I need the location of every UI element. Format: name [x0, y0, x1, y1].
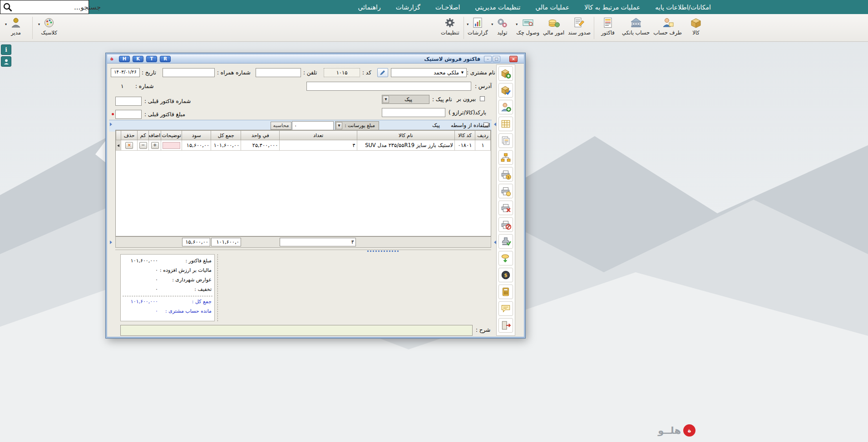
toolbar-separator	[594, 17, 594, 39]
courier-select[interactable]: ▼ پیک	[382, 95, 429, 104]
toolbar-cheque-collection[interactable]: ▾ وصول چک	[514, 15, 541, 41]
info-button[interactable]: i	[1, 44, 11, 55]
add-row-button[interactable]: +	[151, 142, 159, 149]
menu-reports[interactable]: گزارشات	[396, 4, 420, 11]
hotkey-r-button[interactable]: R	[160, 56, 171, 62]
window-titlebar[interactable]: ة H K T R فاکتور فروش لاستیک – □ ×	[107, 54, 524, 64]
delete-print-button[interactable]	[498, 217, 513, 232]
dropdown-arrow-icon[interactable]: ▾	[516, 22, 518, 26]
cell-subtract: −	[138, 140, 149, 151]
toolbar-financial[interactable]: امور مالي	[541, 15, 566, 41]
cancel-print-icon	[500, 202, 511, 213]
customer-name-select[interactable]: ملکي محمد ▼	[391, 68, 467, 77]
splitter-handle[interactable]	[115, 250, 491, 252]
hotkey-k-button[interactable]: K	[133, 56, 143, 62]
summary-discount-value: ۰	[124, 286, 158, 292]
address-field[interactable]	[306, 82, 471, 91]
receive-payment-button[interactable]	[498, 251, 513, 265]
phone-field[interactable]	[256, 68, 301, 77]
subtract-row-button[interactable]: −	[139, 142, 147, 149]
search-input[interactable]	[13, 3, 103, 11]
chevron-down-icon[interactable]: ▼	[459, 69, 465, 77]
holoo-mark-icon: ة	[683, 424, 695, 437]
toolbar-settings-label: تنظیمات	[441, 29, 459, 36]
toolbar-right-group: کالا طرف حساب حساب بانکي فاکتور صدور سن	[438, 15, 708, 41]
hotkey-t-button[interactable]: T	[146, 56, 157, 62]
items-table: ردیف کد کالا نام کالا تعداد في واحد جمع …	[116, 130, 491, 151]
search-icon	[3, 2, 13, 12]
chevron-down-icon[interactable]: ▼	[336, 122, 342, 129]
menu-basic-info[interactable]: امکانات/اطلاعات پایه	[655, 4, 711, 11]
toolbar-accounts-label: طرف حساب	[653, 29, 682, 36]
commission-amount-field[interactable]: ۰	[292, 121, 334, 130]
toolbar-production[interactable]: ▾ تولید	[490, 15, 514, 41]
cash-balance-button[interactable]: $	[498, 268, 513, 282]
dropdown-arrow-icon[interactable]: ▾	[5, 22, 7, 26]
minimize-button[interactable]: –	[484, 56, 492, 62]
prev-invoice-number-field[interactable]	[115, 97, 142, 106]
barcode-field[interactable]	[382, 108, 445, 117]
hotkey-h-button[interactable]: H	[119, 56, 130, 62]
search-box[interactable]	[0, 0, 89, 14]
close-button[interactable]: ×	[509, 56, 518, 62]
print-cash-button[interactable]: $	[498, 167, 513, 182]
customer-code-field: ۱۰۱۵	[324, 68, 360, 77]
price-list-button[interactable]	[498, 117, 513, 131]
mobile-field[interactable]	[163, 68, 215, 77]
delete-row-button[interactable]: ×	[125, 142, 133, 149]
commission-select[interactable]: ▼ مبلغ پورسانت :	[335, 121, 379, 130]
user-button[interactable]	[1, 56, 11, 67]
chevron-down-icon[interactable]: ▼	[383, 96, 389, 103]
summary-row: عوارض شهرداری : ۰	[123, 276, 212, 285]
toolbar-manager[interactable]: ▾ مدیر	[4, 15, 28, 41]
exit-button[interactable]	[498, 318, 513, 333]
approve-stamp-icon	[500, 236, 511, 247]
dropdown-arrow-icon[interactable]: ▾	[467, 22, 469, 26]
calculate-button[interactable]: محاسبه	[271, 122, 291, 130]
approve-stamp-button[interactable]	[498, 234, 513, 249]
toolbar-reports[interactable]: ▾ گزارشات	[465, 15, 490, 41]
dropdown-arrow-icon[interactable]: ▾	[491, 22, 493, 26]
toolbar-production-label: تولید	[497, 29, 507, 36]
toolbar-accounts[interactable]: طرف حساب	[651, 15, 684, 41]
print-invoice-button[interactable]	[498, 184, 513, 198]
menu-help[interactable]: راهنمائي	[358, 4, 381, 11]
confirm-product-button[interactable]	[498, 83, 513, 98]
scroll-arrow-icon[interactable]	[110, 123, 114, 126]
calculator-icon	[500, 286, 511, 297]
toolbar-settings[interactable]: تنظیمات	[438, 15, 462, 41]
table-row[interactable]: ۱ ۰۱۸۰۱ لاستیک بارز سایز ۲۳۵/۵۵R19 مدل S…	[116, 140, 491, 151]
maximize-button[interactable]: □	[493, 56, 500, 62]
cancel-print-button[interactable]	[498, 201, 513, 215]
cell-selector[interactable]	[116, 140, 121, 151]
add-customer-button[interactable]	[498, 100, 513, 114]
user-icon	[3, 59, 10, 65]
svg-text:$: $	[508, 175, 510, 179]
product-tree-button[interactable]	[498, 150, 513, 165]
toolbar-product[interactable]: کالا	[684, 15, 708, 41]
menu-goods-operations[interactable]: عملیات مرتبط به کالا	[584, 4, 640, 11]
toolbar-classic-theme[interactable]: ▾ کلاسیک	[37, 15, 61, 41]
toolbar-invoice[interactable]: فاکتور	[596, 15, 620, 41]
scroll-arrow-icon[interactable]	[110, 241, 114, 244]
note-button[interactable]	[498, 301, 513, 316]
copy-invoice-button[interactable]	[498, 133, 513, 148]
toolbar-product-label: کالا	[692, 29, 700, 36]
menu-admin-settings[interactable]: تنظیمات مدیریتي	[475, 4, 520, 11]
toolbar-voucher[interactable]: صدور سند	[566, 15, 592, 41]
invoice-number-label: شماره :	[135, 83, 154, 89]
menu-financial-operations[interactable]: عملیات مالي	[535, 4, 569, 11]
add-product-button[interactable]	[498, 66, 513, 81]
prev-invoice-amount-field[interactable]	[115, 110, 142, 119]
menu-corrections[interactable]: اصلاحـات	[435, 4, 460, 11]
date-field[interactable]: ۱۴۰۳/۰۱/۲۶	[111, 68, 140, 77]
description-field[interactable]	[120, 325, 473, 336]
toolbar-bank-account[interactable]: حساب بانکي	[620, 15, 651, 41]
customer-edit-button[interactable]	[377, 68, 388, 77]
takeout-checkbox[interactable]	[480, 96, 485, 101]
scroll-arrow-icon[interactable]	[492, 123, 496, 126]
dropdown-arrow-icon[interactable]: ▾	[38, 22, 40, 26]
scroll-arrow-icon[interactable]	[492, 241, 496, 244]
notes-field[interactable]	[163, 142, 180, 149]
calculator-button[interactable]	[498, 285, 513, 299]
